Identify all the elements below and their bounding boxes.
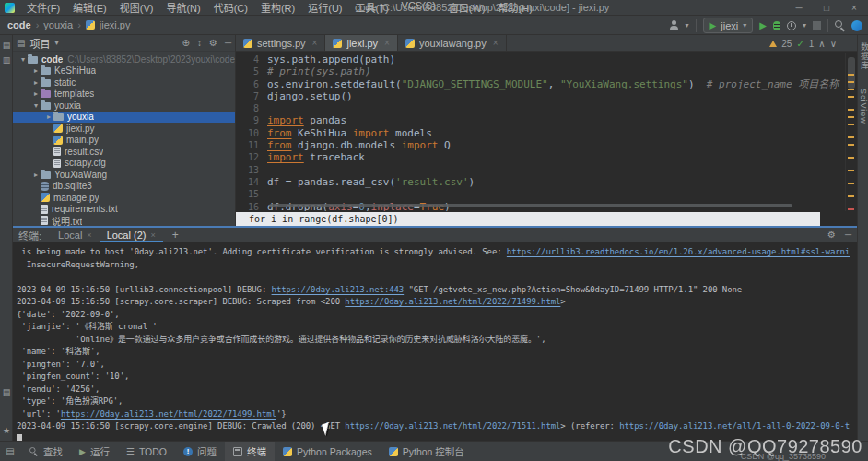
search-everywhere-icon[interactable] [835, 20, 845, 30]
statusbar-item-search[interactable]: 查找 [20, 442, 71, 461]
tab-close-icon[interactable]: × [493, 38, 499, 48]
tree-expand-icon[interactable]: ▸ [31, 171, 41, 179]
code-line[interactable]: 10from KeShiHua import models [236, 127, 844, 139]
tree-item[interactable]: requirements.txt [13, 204, 235, 216]
code-line[interactable]: 15 [236, 188, 844, 200]
project-dropdown-icon[interactable]: ▾ [54, 39, 58, 47]
locate-file-icon[interactable]: ⊕ [182, 38, 190, 48]
tree-item[interactable]: result.csv [13, 146, 235, 158]
editor-tab[interactable]: youxiawang.py× [398, 35, 507, 51]
editor-tab[interactable]: settings.py× [236, 35, 325, 51]
line-number[interactable]: 10 [236, 127, 267, 139]
console-link[interactable]: https://0day.ali213.net/html/2022/71499.… [345, 297, 560, 306]
maximize-icon[interactable]: □ [813, 0, 840, 16]
inspection-widget[interactable]: 25 ✓ 1 ∧ ∨ [769, 39, 837, 49]
line-number[interactable]: 4 [236, 53, 267, 65]
line-number[interactable]: 6 [236, 78, 267, 90]
statusbar-item-terminal[interactable]: 终端 [225, 442, 275, 461]
menu-item[interactable]: 重构(R) [255, 0, 300, 16]
user-icon[interactable] [669, 20, 679, 30]
breadcrumb-item[interactable]: jiexi.py [100, 19, 131, 30]
editor-scrollbar[interactable] [848, 57, 855, 89]
user-dropdown-icon[interactable]: ▾ [686, 21, 689, 30]
menu-item[interactable]: 代码(C) [208, 0, 253, 16]
console-link[interactable]: https://0day.ali213.net/html/2022/71511.… [345, 421, 560, 431]
project-panel-title[interactable]: 项目 [29, 36, 50, 51]
structure-stripe-icon[interactable]: ▥ [2, 55, 11, 65]
tree-item[interactable]: ▾codeC:\Users\83852\Desktop\2023youxi\co… [13, 53, 235, 65]
prev-problem-icon[interactable]: ∧ [818, 39, 825, 49]
expand-collapse-icon[interactable]: ↕ [197, 38, 202, 48]
menu-item[interactable]: 导航(N) [160, 0, 205, 16]
menu-item[interactable]: 视图(V) [114, 0, 159, 16]
bookmarks-stripe-icon[interactable]: ★ [2, 426, 11, 435]
tool-windows-icon[interactable]: ▤ [0, 446, 20, 456]
database-stripe-tab[interactable]: 数据库 [859, 42, 868, 70]
console-link[interactable]: https://0day.ali213.net/all/1-all-0-2022… [619, 421, 850, 431]
editor-horizontal-scrollbar[interactable] [269, 204, 792, 207]
code-line[interactable]: 12import traceback [236, 151, 844, 163]
tree-expand-icon[interactable]: ▸ [31, 78, 41, 87]
close-icon[interactable]: × [840, 0, 868, 16]
tree-item[interactable]: db.sqlite3 [13, 181, 235, 193]
editor-tab[interactable]: jiexi.py× [325, 35, 397, 51]
tab-close-icon[interactable]: × [150, 230, 155, 240]
tree-item[interactable]: 说明.txt [13, 215, 235, 226]
code-line[interactable]: 13 [236, 164, 844, 176]
new-terminal-tab-icon[interactable]: + [167, 229, 184, 242]
line-number[interactable]: 15 [236, 188, 267, 200]
terminal-hide-icon[interactable]: ─ [845, 230, 851, 240]
line-number[interactable]: 8 [236, 102, 267, 114]
tree-item[interactable]: ▸static [13, 77, 235, 89]
more-run-options-icon[interactable]: ▾ [803, 21, 806, 30]
terminal-gear-icon[interactable]: ⚙ [827, 230, 836, 240]
stop-button[interactable] [813, 21, 821, 30]
menu-item[interactable]: 运行(U) [302, 0, 347, 16]
tree-item[interactable]: ▸youxia [13, 112, 235, 124]
console-link[interactable]: https://0day.ali213.net:443 [272, 285, 405, 294]
profiler-icon[interactable] [787, 21, 796, 30]
run-button[interactable]: ▶ [759, 21, 767, 30]
terminal-console[interactable]: is being made to host '0day.ali213.net'.… [13, 243, 850, 441]
code-line[interactable]: 11from django.db.models import Q [236, 139, 844, 151]
tree-expand-icon[interactable]: ▸ [31, 89, 41, 98]
code-line[interactable]: 4sys.path.append(path) [236, 53, 844, 65]
code-line[interactable]: 9import pandas [236, 114, 844, 126]
tree-item[interactable]: jiexi.py [13, 123, 235, 135]
menu-item[interactable]: 编辑(E) [67, 0, 112, 16]
tree-item[interactable]: ▸templates [13, 89, 235, 100]
tree-expand-icon[interactable]: ▸ [31, 66, 41, 75]
menu-item[interactable]: 文件(F) [21, 0, 65, 16]
tree-item[interactable]: main.py [13, 135, 235, 147]
breadcrumb-item[interactable]: code [7, 19, 31, 30]
console-link[interactable]: https://0day.ali213.net/html/2022/71499.… [61, 409, 276, 419]
tree-item[interactable]: ▾youxia [13, 100, 235, 112]
services-stripe-icon[interactable]: ▤ [2, 387, 11, 396]
hide-panel-icon[interactable]: ─ [225, 38, 231, 48]
tab-close-icon[interactable]: × [384, 38, 390, 48]
code-line[interactable]: 14df = pandas.read_csv('result.csv') [236, 176, 844, 188]
minimize-icon[interactable]: ─ [785, 0, 813, 16]
next-problem-icon[interactable]: ∨ [830, 39, 837, 49]
terminal-tab[interactable]: Local (2)× [100, 228, 163, 242]
tree-collapse-icon[interactable]: ▾ [18, 55, 28, 64]
line-number[interactable]: 5 [236, 65, 267, 77]
statusbar-item-python[interactable]: Python 控制台 [381, 442, 473, 461]
code-line[interactable]: 6os.environ.setdefault("DJANGO_SETTINGS_… [236, 78, 844, 90]
tree-expand-icon[interactable]: ▸ [44, 112, 53, 121]
statusbar-item-python[interactable]: Python Packages [275, 442, 381, 461]
line-number[interactable]: 16 [236, 201, 267, 211]
line-number[interactable]: 14 [236, 176, 267, 188]
gear-icon[interactable]: ⚙ [209, 38, 217, 48]
project-stripe-icon[interactable]: ▤ [2, 41, 11, 50]
line-number[interactable]: 11 [236, 139, 267, 151]
tree-item[interactable]: ▸KeShiHua [13, 65, 235, 77]
tab-close-icon[interactable]: × [312, 38, 318, 48]
sciview-stripe-tab[interactable]: SciView [859, 89, 868, 124]
tab-close-icon[interactable]: × [87, 230, 91, 240]
code-line[interactable]: 7django.setup() [236, 90, 844, 102]
console-link[interactable]: https://urllib3.readthedocs.io/en/1.26.x… [507, 247, 850, 256]
line-number[interactable]: 13 [236, 164, 267, 176]
breadcrumb-item[interactable]: youxia [43, 19, 73, 30]
run-config-selector[interactable]: ▶ jiexi ▾ [703, 18, 754, 33]
